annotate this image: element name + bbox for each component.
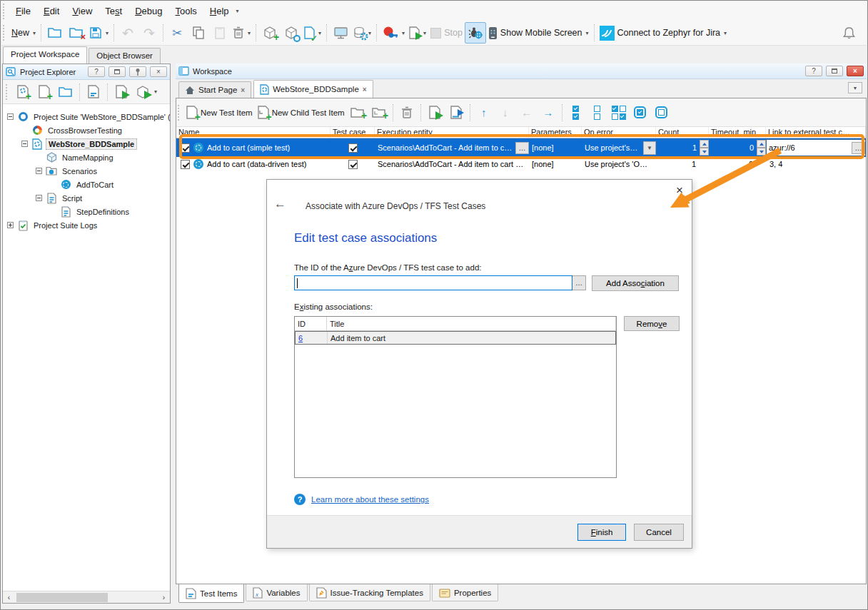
- on-error-dropdown-button[interactable]: ▼: [643, 141, 656, 155]
- new-button[interactable]: New ▾: [9, 22, 38, 44]
- check-all-button[interactable]: [565, 102, 587, 123]
- table-row[interactable]: Add to cart (data-driven test) Scenarios…: [176, 157, 866, 171]
- menu-help[interactable]: Help: [203, 3, 236, 19]
- tab-issue-tracking-templates[interactable]: Issue-Tracking Templates: [309, 584, 430, 601]
- new-child-test-item-button[interactable]: + New Child Test Item: [255, 102, 347, 123]
- scroll-right-icon[interactable]: ›: [158, 594, 170, 601]
- dialog-back-button[interactable]: ←: [274, 197, 286, 211]
- tree-item-scenarios[interactable]: Scenarios: [3, 164, 170, 178]
- collapse-icon[interactable]: [21, 141, 28, 147]
- menu-overflow-icon[interactable]: ▾: [236, 8, 239, 14]
- connect-zephyr-button[interactable]: Connect to Zephyr for Jira ▾: [597, 22, 730, 44]
- save-button[interactable]: ▾: [87, 22, 111, 44]
- move-down-button[interactable]: ↓: [495, 102, 516, 123]
- close-project-button[interactable]: ×: [66, 22, 87, 44]
- column-header-count[interactable]: Count: [656, 127, 709, 138]
- tab-start-page[interactable]: Start Page ×: [178, 81, 251, 98]
- tree-item-crossbrowsertesting[interactable]: CrossBrowserTesting: [3, 123, 170, 137]
- move-up-button[interactable]: ↑: [473, 102, 495, 123]
- collapse-icon[interactable]: [7, 113, 14, 120]
- column-header-title[interactable]: Title: [327, 317, 616, 330]
- column-header-timeout[interactable]: Timeout, min: [709, 127, 766, 138]
- column-header-execution-entity[interactable]: Execution entity: [375, 127, 529, 138]
- association-id-link[interactable]: 6: [298, 334, 303, 342]
- tab-project-workspace[interactable]: Project Workspace: [3, 46, 87, 63]
- scroll-left-icon[interactable]: ‹: [3, 594, 15, 601]
- tab-list-chevron-button[interactable]: ▼: [848, 82, 862, 93]
- run-project-suite-button[interactable]: [132, 81, 153, 103]
- panel-pin-button[interactable]: [129, 66, 146, 77]
- remove-button[interactable]: Remove: [624, 316, 680, 331]
- debug-button[interactable]: [465, 22, 486, 44]
- data-settings-button[interactable]: ▾: [351, 22, 373, 44]
- panel-help-button[interactable]: ?: [88, 66, 105, 77]
- column-header-on-error[interactable]: On error: [582, 127, 656, 138]
- tab-test-items[interactable]: Test Items: [178, 584, 244, 603]
- check-syntax-button[interactable]: ✓ ▾: [302, 22, 323, 44]
- link-editor[interactable]: azur://6 …: [767, 140, 865, 156]
- tab-properties[interactable]: Properties: [432, 584, 498, 601]
- column-header-id[interactable]: ID: [295, 317, 327, 330]
- run-project-button[interactable]: [111, 81, 132, 103]
- browse-entity-button[interactable]: …: [515, 142, 529, 154]
- scrollbar-thumb[interactable]: [16, 593, 108, 602]
- column-header-test-case[interactable]: Test case: [330, 127, 375, 138]
- panel-close-button[interactable]: ×: [847, 66, 864, 76]
- check-selected-button[interactable]: [630, 102, 651, 123]
- move-right-button[interactable]: →: [538, 102, 559, 123]
- delete-button[interactable]: ▾: [231, 22, 253, 44]
- tab-webstore-bddsample[interactable]: WebStore_BDDSample ×: [253, 80, 373, 98]
- timeout-spinner[interactable]: [757, 140, 766, 156]
- close-tab-icon[interactable]: ×: [363, 86, 367, 93]
- test-case-checkbox[interactable]: [348, 160, 358, 169]
- open-button[interactable]: [55, 81, 76, 103]
- uncheck-all-button[interactable]: [587, 102, 608, 123]
- screen-capture-button[interactable]: [330, 22, 351, 44]
- open-project-button[interactable]: [44, 22, 66, 44]
- browse-link-button[interactable]: …: [852, 142, 865, 154]
- horizontal-scrollbar[interactable]: ‹ ›: [3, 591, 170, 603]
- panel-help-button[interactable]: ?: [805, 66, 822, 76]
- run-button[interactable]: ▾: [407, 22, 428, 44]
- panel-restore-button[interactable]: [108, 66, 126, 77]
- testcase-id-input[interactable]: [294, 275, 572, 290]
- menu-tools[interactable]: Tools: [169, 3, 203, 19]
- copy-button[interactable]: [188, 22, 209, 44]
- browse-testcase-button[interactable]: …: [572, 275, 586, 290]
- new-group-button[interactable]: +: [347, 102, 368, 123]
- column-header-link-external[interactable]: Link to external test c…: [766, 127, 866, 138]
- run-selected-button[interactable]: [424, 102, 445, 123]
- new-child-group-button[interactable]: +: [368, 102, 390, 123]
- menu-view[interactable]: View: [66, 3, 99, 19]
- undo-button[interactable]: ↶: [117, 22, 138, 44]
- tab-variables[interactable]: x Variables: [246, 584, 307, 601]
- close-tab-icon[interactable]: ×: [241, 86, 245, 94]
- tree-item-addtocart[interactable]: AddToCart: [3, 178, 170, 191]
- tree-item-webstore-bddsample[interactable]: WebStore_BDDSample: [3, 137, 170, 151]
- show-mobile-screen-button[interactable]: Show Mobile Screen ▾: [486, 22, 591, 44]
- column-header-name[interactable]: Name: [176, 127, 330, 138]
- dropdown-icon[interactable]: ▾: [154, 88, 157, 95]
- tree-item-stepdefinitions[interactable]: StepDefinitions: [3, 205, 170, 218]
- add-item-button[interactable]: +: [34, 81, 55, 103]
- add-association-button[interactable]: Add Association: [592, 275, 679, 291]
- tree-item-project-suite-logs[interactable]: Project Suite Logs: [3, 218, 170, 232]
- invert-checks-button[interactable]: [608, 102, 630, 123]
- organize-button[interactable]: [83, 81, 104, 103]
- association-row[interactable]: 6 Add item to cart: [295, 331, 616, 345]
- column-header-parameters[interactable]: Parameters: [529, 127, 582, 138]
- delete-test-item-button[interactable]: [396, 102, 418, 123]
- menu-debug[interactable]: Debug: [128, 3, 168, 19]
- notifications-button[interactable]: [838, 22, 859, 44]
- collapse-icon[interactable]: [36, 195, 42, 201]
- count-spinner[interactable]: [700, 140, 709, 156]
- run-from-selected-button[interactable]: [445, 102, 467, 123]
- panel-restore-button[interactable]: [826, 66, 843, 76]
- row-enabled-checkbox[interactable]: [181, 160, 190, 169]
- stop-button[interactable]: Stop: [428, 22, 465, 44]
- tree-item-namemapping[interactable]: NameMapping: [3, 151, 170, 164]
- new-test-item-button[interactable]: + New Test Item: [184, 102, 255, 123]
- table-row[interactable]: Add to cart (simple test) Scenarios\AddT…: [176, 138, 866, 157]
- collapse-icon[interactable]: [36, 168, 42, 174]
- dialog-close-button[interactable]: ×: [672, 183, 687, 198]
